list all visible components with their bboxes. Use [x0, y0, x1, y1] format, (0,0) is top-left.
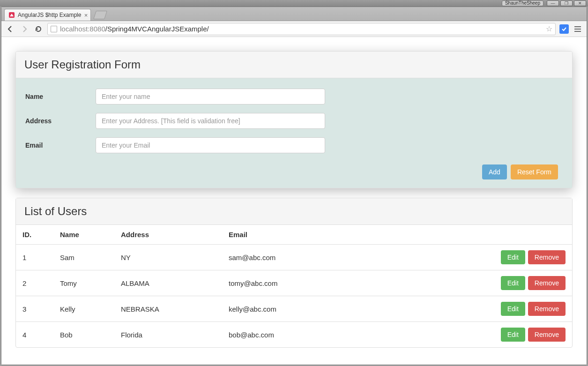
cell-id: 2 — [16, 270, 53, 296]
browser-window: AngularJS $http Example × localhost:8080… — [1, 7, 587, 365]
browser-tab[interactable]: AngularJS $http Example × — [4, 9, 91, 21]
address-bar[interactable]: localhost:8080/Spring4MVCAngularJSExampl… — [47, 23, 556, 35]
edit-button[interactable]: Edit — [501, 250, 525, 264]
url-port: :8080 — [88, 25, 105, 33]
tab-strip: AngularJS $http Example × — [1, 7, 587, 21]
os-app-name: ShaunTheSheep — [502, 0, 543, 6]
favicon-icon — [8, 12, 15, 18]
cell-email: tomy@abc.com — [222, 270, 488, 296]
list-panel-header: List of Users — [16, 198, 572, 225]
users-list-panel: List of Users ID. Name Address Email 1Sa… — [15, 198, 573, 348]
url-host: localhost — [60, 25, 88, 33]
table-row: 3KellyNEBRASKAkelly@abc.comEditRemove — [16, 296, 572, 322]
registration-form-panel: User Registration Form Name Address Emai… — [15, 51, 573, 188]
cell-actions: EditRemove — [488, 322, 572, 348]
edit-button[interactable]: Edit — [501, 302, 525, 316]
window-close-button[interactable]: ✕ — [574, 0, 586, 6]
cell-address: Florida — [114, 322, 222, 348]
reload-button[interactable] — [33, 24, 44, 34]
forward-button[interactable] — [19, 24, 30, 34]
remove-button[interactable]: Remove — [528, 276, 566, 290]
form-row-name: Name — [25, 89, 563, 105]
cell-id: 3 — [16, 296, 53, 322]
form-actions: Add Reset Form — [25, 162, 563, 179]
address-label: Address — [25, 117, 96, 125]
form-row-email: Email — [25, 137, 563, 153]
form-body: Name Address Email Add Reset Form — [16, 78, 572, 188]
arrow-left-icon — [7, 25, 14, 33]
remove-button[interactable]: Remove — [528, 302, 566, 316]
col-id: ID. — [16, 225, 53, 245]
bookmark-star-icon[interactable]: ☆ — [546, 24, 552, 33]
list-title: List of Users — [24, 205, 564, 218]
window-maximize-button[interactable]: ❐ — [560, 0, 573, 6]
name-input[interactable] — [96, 89, 325, 105]
table-row: 2TomyALBAMAtomy@abc.comEditRemove — [16, 270, 572, 296]
cell-address: ALBAMA — [114, 270, 222, 296]
col-name: Name — [53, 225, 114, 245]
extension-badge[interactable] — [559, 24, 569, 34]
url-text: localhost:8080/Spring4MVCAngularJSExampl… — [60, 25, 543, 33]
cell-name: Tomy — [53, 270, 114, 296]
name-label: Name — [25, 93, 96, 100]
email-label: Email — [25, 142, 96, 149]
edit-button[interactable]: Edit — [501, 276, 525, 290]
form-panel-header: User Registration Form — [16, 52, 572, 78]
page-content: User Registration Form Name Address Emai… — [1, 37, 587, 365]
arrow-right-icon — [21, 25, 28, 33]
os-titlebar: ShaunTheSheep — ❐ ✕ — [0, 0, 588, 7]
cell-name: Sam — [53, 245, 114, 270]
remove-button[interactable]: Remove — [528, 328, 566, 342]
remove-button[interactable]: Remove — [528, 250, 566, 264]
col-email: Email — [222, 225, 488, 245]
tab-title: AngularJS $http Example — [18, 12, 81, 18]
form-title: User Registration Form — [24, 58, 564, 71]
browser-toolbar: localhost:8080/Spring4MVCAngularJSExampl… — [1, 21, 587, 37]
reload-icon — [35, 25, 42, 33]
add-button[interactable]: Add — [482, 164, 507, 179]
cell-name: Bob — [53, 322, 114, 348]
reset-form-button[interactable]: Reset Form — [511, 164, 558, 179]
email-input[interactable] — [96, 137, 325, 153]
cell-actions: EditRemove — [488, 270, 572, 296]
page-icon — [51, 26, 57, 32]
maximize-icon: ❐ — [565, 1, 568, 6]
table-row: 1SamNYsam@abc.comEditRemove — [16, 245, 572, 270]
edit-button[interactable]: Edit — [501, 328, 525, 342]
back-button[interactable] — [5, 24, 15, 34]
cell-email: bob@abc.com — [222, 322, 488, 348]
col-address: Address — [114, 225, 222, 245]
page-viewport[interactable]: User Registration Form Name Address Emai… — [1, 37, 587, 365]
new-tab-button[interactable] — [93, 11, 107, 19]
users-table: ID. Name Address Email 1SamNYsam@abc.com… — [16, 225, 572, 347]
window-minimize-button[interactable]: — — [547, 0, 559, 6]
table-row: 4BobFloridabob@abc.comEditRemove — [16, 322, 572, 348]
cell-address: NEBRASKA — [114, 296, 222, 322]
form-row-address: Address — [25, 113, 563, 129]
check-icon — [561, 26, 567, 32]
cell-address: NY — [114, 245, 222, 270]
hamburger-icon — [574, 26, 581, 27]
cell-name: Kelly — [53, 296, 114, 322]
address-input[interactable] — [96, 113, 325, 129]
minimize-icon: — — [551, 1, 555, 6]
cell-email: kelly@abc.com — [222, 296, 488, 322]
close-icon: ✕ — [578, 1, 582, 6]
col-actions — [488, 225, 572, 245]
cell-id: 4 — [16, 322, 53, 348]
cell-actions: EditRemove — [488, 245, 572, 270]
cell-id: 1 — [16, 245, 53, 270]
table-header-row: ID. Name Address Email — [16, 225, 572, 245]
cell-actions: EditRemove — [488, 296, 572, 322]
tab-close-button[interactable]: × — [84, 12, 88, 18]
browser-menu-button[interactable] — [573, 24, 583, 34]
cell-email: sam@abc.com — [222, 245, 488, 270]
url-path: /Spring4MVCAngularJSExample/ — [105, 25, 209, 33]
